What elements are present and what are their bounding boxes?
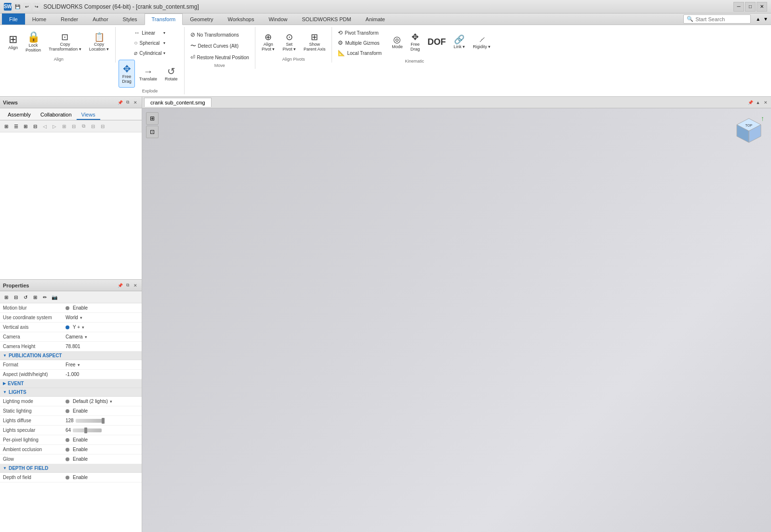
tab-animate[interactable]: Animate bbox=[359, 13, 392, 25]
camera-value[interactable]: Camera ▾ bbox=[66, 334, 139, 339]
views-panel-float-icon[interactable]: ⧉ bbox=[124, 99, 131, 106]
lights-specular-slider[interactable] bbox=[73, 428, 102, 432]
lights-diffuse-thumb[interactable] bbox=[102, 418, 105, 424]
linear-btn[interactable]: ↔ Linear ▾ bbox=[131, 28, 168, 38]
window-maximize-btn[interactable]: □ bbox=[745, 2, 756, 12]
detect-curves-btn[interactable]: 〜 Detect Curves (Alt) bbox=[187, 40, 252, 52]
coordinate-system-value[interactable]: World ▾ bbox=[66, 315, 139, 320]
vertical-axis-dot bbox=[66, 325, 69, 329]
dof-section[interactable]: ▼ DEPTH OF FIELD bbox=[0, 464, 142, 473]
ribbon-group-move: ⊘ No Transformations 〜 Detect Curves (Al… bbox=[186, 27, 255, 69]
lights-label: LIGHTS bbox=[9, 389, 27, 395]
snap-icon-2[interactable]: ⊡ bbox=[146, 126, 159, 138]
ambient-occlusion-label: Ambient occlusion bbox=[3, 447, 66, 452]
kinematic-free-drag-btn[interactable]: ✥ FreeDrag bbox=[407, 28, 424, 56]
free-drag-btn[interactable]: ✥ FreeDrag bbox=[119, 60, 135, 88]
svg-text:↑: ↑ bbox=[761, 116, 763, 122]
tab-window[interactable]: Window bbox=[261, 13, 294, 25]
views-tool-collapse-icon[interactable]: ⊟ bbox=[31, 122, 40, 130]
ribbon-collapse-icon[interactable]: ▲ bbox=[755, 15, 761, 23]
viewport-close-icon[interactable]: ✕ bbox=[762, 99, 769, 106]
tab-render[interactable]: Render bbox=[53, 13, 85, 25]
window-close-btn[interactable]: ✕ bbox=[757, 2, 767, 12]
viewport-maximize-icon[interactable]: ▲ bbox=[755, 99, 761, 106]
views-tool-list-icon[interactable]: ☰ bbox=[12, 122, 20, 130]
camera-dropdown-icon: ▾ bbox=[85, 335, 87, 339]
multiple-gizmos-icon: ⚙ bbox=[338, 39, 343, 46]
align-btn[interactable]: ⊞ Align bbox=[5, 28, 21, 56]
translate-btn[interactable]: → Translate bbox=[136, 60, 160, 88]
props-tool-2-icon[interactable]: ⊟ bbox=[12, 293, 20, 301]
views-tool-expand-icon[interactable]: ⊞ bbox=[21, 122, 30, 130]
camera-height-label: Camera Height bbox=[3, 344, 66, 349]
link-btn[interactable]: 🔗 Link ▾ bbox=[450, 28, 468, 56]
viewport: crank sub_content.smg 📌 ▲ ✕ bbox=[142, 97, 771, 532]
tab-collaboration[interactable]: Collaboration bbox=[36, 110, 77, 120]
show-parent-axis-btn[interactable]: ⊞ ShowParent Axis bbox=[300, 28, 329, 56]
lock-position-btn[interactable]: 🔒 LockPosition bbox=[22, 28, 44, 56]
nav-cube[interactable]: TOP ↑ bbox=[734, 116, 763, 145]
tab-geometry[interactable]: Geometry bbox=[183, 13, 220, 25]
no-transformations-btn[interactable]: ⊘ No Transformations bbox=[187, 30, 252, 39]
lights-diffuse-slider[interactable] bbox=[76, 419, 105, 423]
multiple-gizmos-btn[interactable]: ⚙ Multiple Gizmos bbox=[335, 38, 385, 48]
vertical-axis-value[interactable]: Y + ▾ bbox=[66, 324, 139, 330]
copy-transformation-btn[interactable]: ⊡ CopyTransformation ▾ bbox=[45, 28, 85, 56]
undo-icon[interactable]: ↩ bbox=[23, 3, 31, 11]
properties-pin-icon[interactable]: 📌 bbox=[117, 282, 123, 289]
align-items: ⊞ Align 🔒 LockPosition ⊡ CopyTransformat… bbox=[5, 28, 112, 56]
pivot-transform-label: Pivot Transform bbox=[345, 30, 378, 36]
viewport-tab-file[interactable]: crank sub_content.smg bbox=[144, 98, 212, 107]
viewport-canvas[interactable]: TOP ↑ ⊞ ⊡ N bbox=[142, 108, 771, 532]
cylindrical-btn[interactable]: ⌀ Cylindrical ▾ bbox=[131, 48, 168, 58]
props-tool-4-icon[interactable]: ⊞ bbox=[31, 293, 40, 301]
search-input[interactable] bbox=[695, 16, 747, 22]
props-tool-3-icon[interactable]: ↺ bbox=[21, 293, 30, 301]
static-lighting-dot bbox=[66, 409, 69, 413]
lighting-mode-value[interactable]: Default (2 lights) ▾ bbox=[66, 399, 139, 404]
dof-btn[interactable]: DOF bbox=[424, 28, 449, 56]
tab-home[interactable]: Home bbox=[25, 13, 53, 25]
tab-views[interactable]: Views bbox=[77, 110, 100, 120]
tab-assembly[interactable]: Assembly bbox=[3, 110, 36, 120]
tab-workshops[interactable]: Workshops bbox=[221, 13, 262, 25]
lights-section[interactable]: ▼ LIGHTS bbox=[0, 388, 142, 397]
tab-styles[interactable]: Styles bbox=[116, 13, 145, 25]
event-section[interactable]: ▶ EVENT bbox=[0, 379, 142, 388]
restore-neutral-btn[interactable]: ⏎ Restore Neutral Position bbox=[187, 52, 252, 62]
props-tool-1-icon[interactable]: ⊞ bbox=[2, 293, 11, 301]
snap-icon-1[interactable]: ⊞ bbox=[146, 112, 159, 125]
local-transform-btn[interactable]: 📐 Local Transform bbox=[335, 48, 385, 58]
rigidity-btn[interactable]: ⟋ Rigidity ▾ bbox=[469, 28, 494, 56]
tab-author[interactable]: Author bbox=[85, 13, 115, 25]
views-panel-close-icon[interactable]: ✕ bbox=[132, 99, 139, 106]
quick-save-icon[interactable]: 💾 bbox=[13, 3, 21, 11]
format-value[interactable]: Free ▾ bbox=[66, 362, 139, 367]
window-controls: ─ □ ✕ bbox=[733, 2, 767, 12]
views-tool-grid-icon[interactable]: ⊞ bbox=[2, 122, 11, 130]
glow-value: Enable bbox=[66, 456, 139, 462]
tab-file[interactable]: File bbox=[2, 13, 25, 25]
publication-aspect-section[interactable]: ▼ PUBLICATION ASPECT bbox=[0, 351, 142, 360]
rotate-btn[interactable]: ↺ Rotate bbox=[161, 60, 181, 88]
properties-float-icon[interactable]: ⧉ bbox=[124, 282, 131, 289]
mode-btn[interactable]: ◎ Mode bbox=[388, 28, 406, 56]
prop-coordinate-system: Use coordinate system World ▾ bbox=[0, 313, 142, 323]
pivot-transform-btn[interactable]: ⟲ Pivot Transform bbox=[335, 28, 385, 38]
window-minimize-btn[interactable]: ─ bbox=[733, 2, 744, 12]
lights-specular-thumb[interactable] bbox=[84, 428, 87, 433]
props-tool-6-icon[interactable]: 📷 bbox=[50, 293, 59, 301]
align-pivot-btn[interactable]: ⊕ AlignPivot ▾ bbox=[258, 28, 279, 56]
ribbon-search[interactable]: 🔍 bbox=[683, 14, 751, 24]
spherical-btn[interactable]: ○ Spherical ▾ bbox=[131, 38, 168, 48]
views-panel-pin-icon[interactable]: 📌 bbox=[117, 99, 123, 106]
viewport-pin-icon[interactable]: 📌 bbox=[747, 99, 754, 106]
redo-icon[interactable]: ↪ bbox=[33, 3, 40, 11]
tab-sw-pdm[interactable]: SOLIDWORKS PDM bbox=[295, 13, 359, 25]
copy-location-btn[interactable]: 📋 CopyLocation ▾ bbox=[86, 28, 113, 56]
tab-transform[interactable]: Transform bbox=[145, 13, 183, 25]
set-pivot-btn[interactable]: ⊙ SetPivot ▾ bbox=[279, 28, 299, 56]
ribbon-options-icon[interactable]: ▼ bbox=[762, 15, 769, 23]
properties-close-icon[interactable]: ✕ bbox=[132, 282, 139, 289]
props-tool-5-icon[interactable]: ✏ bbox=[40, 293, 49, 301]
